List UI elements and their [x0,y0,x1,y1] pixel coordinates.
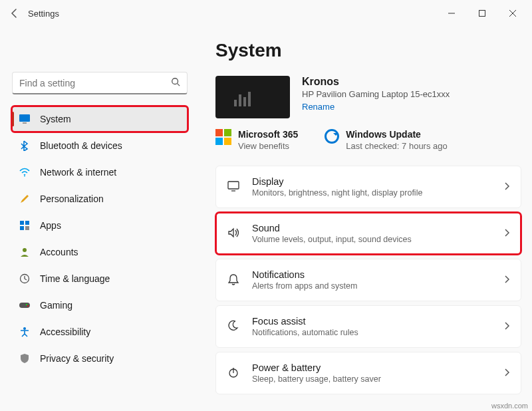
search-box[interactable] [12,72,188,94]
desktop-thumbnail[interactable] [215,76,290,118]
page-title: System [215,40,521,61]
sidebar: System Bluetooth & devices Network & int… [0,27,200,411]
sidebar-item-apps[interactable]: Apps [12,213,188,238]
setting-title: Power & battery [252,362,381,373]
svg-point-2 [172,78,178,84]
sidebar-item-label: Time & language [40,273,110,284]
sidebar-item-accounts[interactable]: Accounts [12,239,188,265]
chevron-right-icon [503,321,510,333]
clock-globe-icon [19,273,31,285]
chevron-right-icon [503,368,510,379]
windows-update-icon [325,129,339,144]
sidebar-item-label: System [40,114,71,124]
sidebar-item-label: Network & internet [40,167,116,178]
svg-point-14 [26,304,27,305]
svg-point-6 [24,176,25,177]
m365-block[interactable]: Microsoft 365 View benefits [215,129,298,151]
svg-line-3 [178,84,180,86]
setting-notifications[interactable]: Notifications Alerts from apps and syste… [215,259,521,301]
close-button[interactable] [497,3,528,24]
accessibility-icon [19,326,31,338]
watermark: wsxdn.com [491,402,528,410]
sidebar-item-label: Personalization [40,194,104,204]
power-icon [227,366,241,381]
minimize-button[interactable] [436,3,467,24]
display-icon [227,180,241,195]
chevron-right-icon [503,228,510,239]
wu-label: Windows Update [346,129,448,140]
m365-sub: View benefits [238,141,298,151]
sidebar-item-time-language[interactable]: Time & language [12,266,188,291]
sidebar-item-label: Bluetooth & devices [40,140,122,151]
person-icon [19,246,31,258]
svg-rect-5 [23,122,27,124]
sound-icon [227,226,241,241]
wu-sub: Last checked: 7 hours ago [346,141,448,151]
search-input[interactable] [19,78,171,88]
settings-list: Display Monitors, brightness, night ligh… [215,166,521,394]
svg-rect-4 [19,114,30,122]
sidebar-item-label: Privacy & security [40,353,114,364]
sidebar-item-personalization[interactable]: Personalization [12,186,188,211]
setting-focus-assist[interactable]: Focus assist Notifications, automatic ru… [215,305,521,348]
svg-point-11 [23,248,27,252]
chevron-right-icon [503,182,510,193]
svg-rect-10 [25,226,29,230]
apps-icon [19,219,31,231]
sidebar-item-gaming[interactable]: Gaming [12,293,188,318]
m365-label: Microsoft 365 [238,129,298,140]
windows-update-block[interactable]: Windows Update Last checked: 7 hours ago [325,129,448,151]
svg-rect-9 [20,226,24,230]
sidebar-item-privacy[interactable]: Privacy & security [12,346,188,371]
setting-title: Display [252,176,422,187]
svg-rect-13 [19,303,30,308]
shield-icon [19,352,31,364]
rename-link[interactable]: Rename [302,102,450,112]
setting-sound[interactable]: Sound Volume levels, output, input, soun… [215,212,521,255]
titlebar: Settings [0,0,532,27]
setting-title: Focus assist [252,316,358,327]
ms365-icon [215,129,231,145]
device-header: Kronos HP Pavilion Gaming Laptop 15-ec1x… [215,76,521,118]
app-title: Settings [28,9,59,19]
sidebar-item-accessibility[interactable]: Accessibility [12,319,188,344]
maximize-button[interactable] [467,3,497,24]
wifi-icon [19,166,31,178]
window-controls [436,3,528,24]
svg-rect-7 [20,221,24,225]
svg-rect-1 [479,11,485,17]
content: System Bluetooth & devices Network & int… [0,27,532,411]
bluetooth-icon [19,140,31,152]
main-panel: System Kronos HP Pavilion Gaming Laptop … [200,27,532,411]
setting-desc: Monitors, brightness, night light, displ… [252,188,422,198]
setting-desc: Notifications, automatic rules [252,328,358,337]
setting-power-battery[interactable]: Power & battery Sleep, battery usage, ba… [215,352,521,394]
sidebar-item-label: Gaming [40,300,72,311]
setting-display[interactable]: Display Monitors, brightness, night ligh… [215,166,521,208]
setting-title: Sound [252,223,412,233]
sidebar-item-network[interactable]: Network & internet [12,160,188,185]
sidebar-item-label: Apps [40,220,61,231]
device-name: Kronos [302,76,450,88]
settings-window: Settings System Bluetooth & devices [0,0,532,411]
bell-icon [227,273,241,288]
setting-title: Notifications [252,269,357,280]
setting-desc: Alerts from apps and system [252,281,357,291]
sidebar-item-label: Accessibility [40,327,90,337]
sidebar-item-label: Accounts [40,247,78,257]
back-button[interactable] [4,3,25,24]
svg-point-16 [23,327,26,330]
paintbrush-icon [19,193,31,205]
setting-desc: Sleep, battery usage, battery saver [252,374,381,384]
chevron-right-icon [503,275,510,286]
moon-icon [227,319,241,335]
sidebar-item-bluetooth[interactable]: Bluetooth & devices [12,133,188,158]
info-row: Microsoft 365 View benefits Windows Upda… [215,129,521,151]
device-model: HP Pavilion Gaming Laptop 15-ec1xxx [302,89,450,99]
monitor-icon [19,113,31,125]
search-icon [171,77,180,88]
sidebar-item-system[interactable]: System [12,106,188,132]
svg-rect-8 [25,221,29,225]
gamepad-icon [19,299,31,311]
setting-desc: Volume levels, output, input, sound devi… [252,235,412,244]
